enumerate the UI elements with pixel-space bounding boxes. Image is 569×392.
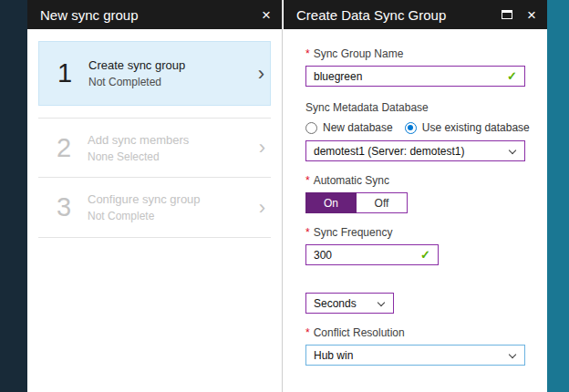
maximize-icon[interactable] xyxy=(502,10,512,19)
conflict-resolution-dropdown[interactable]: Hub win xyxy=(305,345,525,366)
database-dropdown[interactable]: demotest1 (Server: demotest1) xyxy=(305,140,525,161)
create-data-sync-group-title: Create Data Sync Group xyxy=(296,7,487,23)
step-text: Configure sync group Not Complete xyxy=(88,192,201,222)
step-status: None Selected xyxy=(88,150,189,163)
required-marker: * xyxy=(305,174,310,187)
step-configure-sync-group[interactable]: 3 Configure sync group Not Complete › xyxy=(38,178,271,238)
chevron-right-icon: › xyxy=(259,139,265,156)
input-value: bluegreen xyxy=(314,70,362,83)
sync-metadata-database-label: Sync Metadata Database xyxy=(305,101,525,114)
new-sync-group-header: New sync group × xyxy=(27,0,282,29)
step-text: Create sync group Not Completed xyxy=(88,58,185,88)
portal-left-rail xyxy=(0,0,27,392)
step-text: Add sync members None Selected xyxy=(88,133,189,163)
dropdown-value: demotest1 (Server: demotest1) xyxy=(314,145,464,158)
portal-right-rail xyxy=(547,0,569,392)
frequency-unit-dropdown[interactable]: Seconds xyxy=(305,293,394,314)
required-marker: * xyxy=(305,226,310,239)
label-text: Sync Group Name xyxy=(314,47,404,60)
step-number: 2 xyxy=(44,133,84,163)
step-title: Configure sync group xyxy=(88,192,201,206)
step-add-sync-members[interactable]: 2 Add sync members None Selected › xyxy=(38,118,271,178)
step-title: Add sync members xyxy=(88,133,189,147)
step-number: 1 xyxy=(45,58,85,88)
radio-icon xyxy=(305,122,317,134)
label-text: Conflict Resolution xyxy=(314,326,405,339)
input-value: 300 xyxy=(314,249,332,262)
radio-selected-icon xyxy=(405,122,417,134)
chevron-right-icon: › xyxy=(259,200,265,216)
sync-frequency-label: *Sync Frequency xyxy=(305,226,525,239)
step-title: Create sync group xyxy=(88,58,185,72)
conflict-resolution-label: *Conflict Resolution xyxy=(305,326,525,339)
radio-use-existing-database[interactable]: Use existing database xyxy=(405,121,530,134)
radio-label: Use existing database xyxy=(422,121,530,134)
wizard-steps: 1 Create sync group Not Completed › 2 Ad… xyxy=(38,41,271,238)
automatic-sync-label: *Automatic Sync xyxy=(305,174,525,187)
radio-new-database[interactable]: New database xyxy=(305,121,393,134)
sync-frequency-input[interactable]: 300 ✓ xyxy=(305,244,439,265)
chevron-down-icon xyxy=(509,147,516,154)
chevron-right-icon: › xyxy=(258,66,264,82)
create-data-sync-group-blade: Create Data Sync Group × *Sync Group Nam… xyxy=(284,0,547,392)
chevron-down-icon xyxy=(378,299,385,306)
azure-portal-screen: New sync group × 1 Create sync group Not… xyxy=(0,0,569,392)
chevron-down-icon xyxy=(509,351,516,358)
required-marker: * xyxy=(305,326,310,339)
close-icon[interactable]: × xyxy=(262,7,271,23)
toggle-off-button[interactable]: Off xyxy=(357,192,408,213)
create-data-sync-group-header: Create Data Sync Group × xyxy=(284,0,547,29)
new-sync-group-title: New sync group xyxy=(40,7,247,23)
database-radio-group: New database Use existing database xyxy=(305,121,525,134)
new-sync-group-blade: New sync group × 1 Create sync group Not… xyxy=(27,0,283,392)
step-create-sync-group[interactable]: 1 Create sync group Not Completed › xyxy=(38,41,271,106)
sync-group-name-label: *Sync Group Name xyxy=(305,47,525,60)
label-text: Sync Metadata Database xyxy=(305,101,429,114)
sync-group-name-input[interactable]: bluegreen ✓ xyxy=(305,66,525,87)
step-number: 3 xyxy=(44,192,84,222)
dropdown-value: Seconds xyxy=(314,297,357,310)
valid-check-icon: ✓ xyxy=(507,69,517,83)
label-text: Automatic Sync xyxy=(314,174,389,187)
step-status: Not Completed xyxy=(88,76,185,88)
close-icon[interactable]: × xyxy=(527,7,536,23)
toggle-on-button[interactable]: On xyxy=(305,192,357,213)
required-marker: * xyxy=(305,47,310,60)
label-text: Sync Frequency xyxy=(314,226,393,239)
sync-group-form: *Sync Group Name bluegreen ✓ Sync Metada… xyxy=(284,29,547,366)
step-status: Not Complete xyxy=(88,210,201,222)
valid-check-icon: ✓ xyxy=(420,248,430,262)
radio-label: New database xyxy=(323,121,393,134)
dropdown-value: Hub win xyxy=(314,349,353,362)
automatic-sync-toggle: On Off xyxy=(305,192,525,213)
